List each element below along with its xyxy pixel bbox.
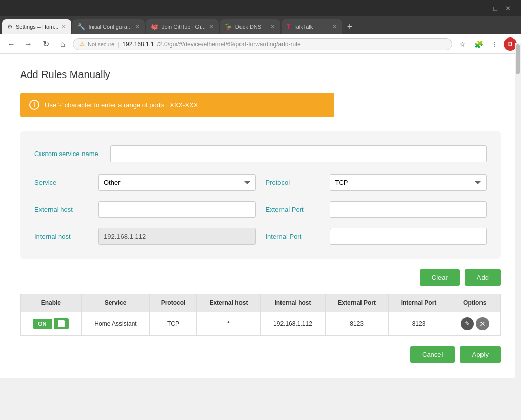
tab-settings-label: Settings – Hom... xyxy=(16,24,58,30)
tab-duckdns-label: Duck DNS xyxy=(235,24,261,30)
tab-duckdns[interactable]: 🦆 Duck DNS ✕ xyxy=(220,19,280,34)
clear-add-buttons-row: Clear Add xyxy=(20,269,501,286)
internal-port-input-wrapper xyxy=(330,228,487,245)
td-protocol: TCP xyxy=(150,312,196,336)
custom-service-name-row: Custom service name xyxy=(34,145,487,162)
internal-host-input[interactable] xyxy=(98,228,256,245)
internal-port-input[interactable] xyxy=(330,228,487,245)
browser-actions: ☆ 🧩 ⋮ D xyxy=(455,37,517,51)
info-banner: i Use '-' character to enter a range of … xyxy=(20,93,334,117)
not-secure-label: Not secure xyxy=(88,41,114,47)
table-header-row: Enable Service Protocol External host In… xyxy=(21,294,501,312)
external-host-label: External host xyxy=(34,206,90,213)
tab-settings-icon: ⚙ xyxy=(7,23,13,30)
custom-service-name-field-wrapper xyxy=(110,145,487,162)
external-port-input-wrapper xyxy=(330,201,487,218)
edit-button[interactable]: ✎ xyxy=(461,317,474,330)
toggle-on-label: ON xyxy=(33,319,52,329)
address-bar: ← → ↻ ⌂ ⚠ Not secure | 192.168.1.1 /2.0/… xyxy=(0,34,521,54)
forward-button[interactable]: → xyxy=(21,37,35,51)
external-port-group: External Port xyxy=(266,201,487,218)
clear-button[interactable]: Clear xyxy=(420,269,460,286)
bottom-buttons-row: Cancel Apply xyxy=(20,346,501,363)
internal-host-group: Internal host xyxy=(34,228,256,245)
table-row: ON Home Assistant TCP * 192.168.1.112 81… xyxy=(21,312,501,336)
internal-host-label: Internal host xyxy=(34,233,90,240)
menu-icon[interactable]: ⋮ xyxy=(488,37,502,51)
service-select[interactable]: Other HTTP HTTPS FTP SSH xyxy=(98,174,256,191)
td-internal-host: 192.168.1.112 xyxy=(261,312,325,336)
url-domain: 192.168.1.1 xyxy=(122,41,154,48)
td-options: ✎ ✕ xyxy=(449,312,501,336)
url-bar[interactable]: ⚠ Not secure | 192.168.1.1 /2.0/gui/#/de… xyxy=(73,38,452,50)
toggle-container[interactable]: ON xyxy=(27,318,75,329)
internal-host-port-row: Internal host Internal Port xyxy=(34,228,487,245)
service-protocol-row: Service Other HTTP HTTPS FTP SSH Protoco… xyxy=(34,174,487,191)
toggle-check-mark xyxy=(58,320,65,327)
th-protocol: Protocol xyxy=(150,294,196,312)
tab-github-icon: 🐙 xyxy=(151,23,158,30)
protocol-select-wrapper: TCP UDP TCP/UDP xyxy=(330,174,487,191)
info-banner-text: Use '-' character to enter a range of po… xyxy=(45,101,198,109)
th-internal-host: Internal host xyxy=(261,294,325,312)
service-label: Service xyxy=(34,179,90,186)
tab-github-close[interactable]: ✕ xyxy=(209,23,214,30)
tab-initial-config-label: Initial Configura... xyxy=(88,24,132,30)
th-external-port: External Port xyxy=(325,294,388,312)
scrollbar-thumb[interactable] xyxy=(516,44,520,74)
tab-github-label: Join GitHub · Gi... xyxy=(162,24,206,30)
internal-port-group: Internal Port xyxy=(266,228,487,245)
protocol-select[interactable]: TCP UDP TCP/UDP xyxy=(330,174,487,191)
restore-button[interactable]: □ xyxy=(493,5,497,12)
extensions-icon[interactable]: 🧩 xyxy=(471,37,486,51)
form-card: Custom service name Service Other HTTP H… xyxy=(20,131,501,259)
td-external-host: * xyxy=(196,312,261,336)
tab-settings-close[interactable]: ✕ xyxy=(61,23,66,30)
external-host-group: External host xyxy=(34,201,256,218)
tab-talktalk-close[interactable]: ✕ xyxy=(332,23,337,30)
scrollbar[interactable] xyxy=(515,43,521,378)
external-host-port-row: External host External Port xyxy=(34,201,487,218)
new-tab-button[interactable]: + xyxy=(343,19,357,34)
th-internal-port: Internal Port xyxy=(388,294,449,312)
tab-github[interactable]: 🐙 Join GitHub · Gi... ✕ xyxy=(146,19,219,34)
add-button[interactable]: Add xyxy=(465,269,501,286)
tab-initial-config[interactable]: 🔧 Initial Configura... ✕ xyxy=(72,19,145,34)
external-host-input[interactable] xyxy=(98,201,256,218)
tabs-bar: ⚙ Settings – Hom... ✕ 🔧 Initial Configur… xyxy=(0,16,521,34)
tab-initial-config-close[interactable]: ✕ xyxy=(135,23,140,30)
protocol-label: Protocol xyxy=(266,179,322,186)
tab-initial-config-icon: 🔧 xyxy=(77,23,85,30)
delete-button[interactable]: ✕ xyxy=(476,317,489,330)
toggle-checkbox[interactable] xyxy=(54,318,69,329)
tab-settings[interactable]: ⚙ Settings – Hom... ✕ xyxy=(2,19,71,34)
external-port-input[interactable] xyxy=(330,201,487,218)
th-service: Service xyxy=(81,294,150,312)
close-button[interactable]: ✕ xyxy=(505,5,511,12)
info-icon: i xyxy=(29,100,39,110)
back-button[interactable]: ← xyxy=(4,37,18,51)
minimize-button[interactable]: — xyxy=(478,5,485,12)
td-external-port: 8123 xyxy=(325,312,388,336)
home-button[interactable]: ⌂ xyxy=(56,37,70,51)
tab-duckdns-close[interactable]: ✕ xyxy=(270,23,275,30)
url-separator: | xyxy=(117,41,119,48)
th-enable: Enable xyxy=(21,294,82,312)
bookmark-icon[interactable]: ☆ xyxy=(455,37,469,51)
apply-button[interactable]: Apply xyxy=(460,346,501,363)
internal-host-input-wrapper xyxy=(98,228,256,245)
cancel-button[interactable]: Cancel xyxy=(410,346,455,363)
td-service: Home Assistant xyxy=(81,312,150,336)
action-buttons: ✎ ✕ xyxy=(455,317,494,330)
tab-talktalk-icon: T xyxy=(287,23,290,30)
not-secure-icon: ⚠ xyxy=(79,41,85,47)
service-select-wrapper: Other HTTP HTTPS FTP SSH xyxy=(98,174,256,191)
td-internal-port: 8123 xyxy=(388,312,449,336)
custom-service-name-input[interactable] xyxy=(110,145,487,162)
service-group: Service Other HTTP HTTPS FTP SSH xyxy=(34,174,256,191)
td-enable: ON xyxy=(21,312,82,336)
reload-button[interactable]: ↻ xyxy=(38,37,53,51)
protocol-group: Protocol TCP UDP TCP/UDP xyxy=(266,174,487,191)
tab-talktalk[interactable]: T TalkTalk ✕ xyxy=(282,19,342,34)
external-host-input-wrapper xyxy=(98,201,256,218)
